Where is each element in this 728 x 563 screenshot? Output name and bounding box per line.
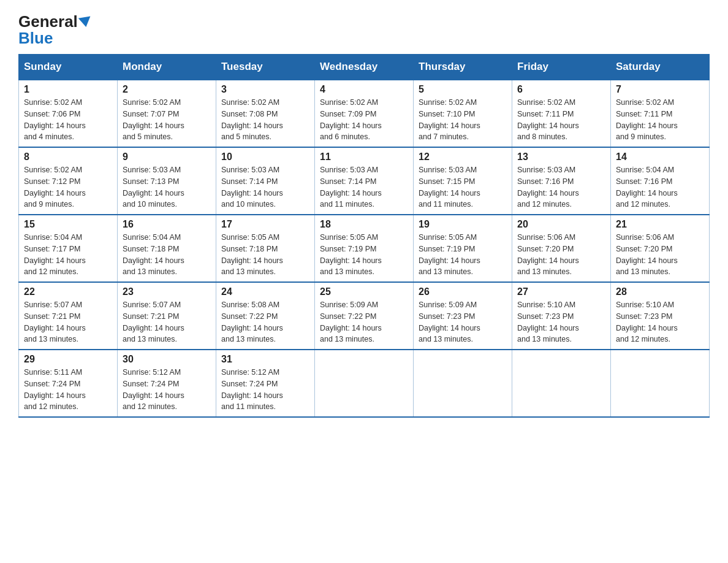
day-number: 27: [517, 286, 605, 297]
day-number: 23: [123, 286, 211, 297]
day-number: 22: [24, 286, 112, 297]
day-info: Sunrise: 5:03 AM Sunset: 7:13 PM Dayligh…: [123, 164, 211, 210]
day-info: Sunrise: 5:02 AM Sunset: 7:12 PM Dayligh…: [24, 164, 112, 210]
day-info: Sunrise: 5:10 AM Sunset: 7:23 PM Dayligh…: [616, 299, 704, 345]
day-number: 4: [320, 84, 408, 95]
day-number: 5: [419, 84, 507, 95]
day-number: 9: [123, 151, 211, 163]
calendar-cell: 30Sunrise: 5:12 AM Sunset: 7:24 PM Dayli…: [118, 350, 216, 417]
day-number: 19: [419, 219, 507, 230]
calendar-cell: 3Sunrise: 5:02 AM Sunset: 7:08 PM Daylig…: [216, 80, 315, 147]
day-info: Sunrise: 5:07 AM Sunset: 7:21 PM Dayligh…: [123, 299, 211, 345]
col-header-sunday: Sunday: [19, 55, 118, 80]
day-info: Sunrise: 5:02 AM Sunset: 7:06 PM Dayligh…: [24, 97, 112, 143]
calendar-cell: 28Sunrise: 5:10 AM Sunset: 7:23 PM Dayli…: [611, 282, 710, 350]
calendar-cell: 26Sunrise: 5:09 AM Sunset: 7:23 PM Dayli…: [414, 282, 512, 350]
day-number: 3: [221, 84, 309, 95]
day-number: 28: [616, 286, 704, 297]
calendar-cell: 11Sunrise: 5:03 AM Sunset: 7:14 PM Dayli…: [315, 147, 414, 215]
day-number: 6: [517, 84, 605, 95]
day-number: 18: [320, 219, 408, 230]
page-header: General Blue: [18, 12, 710, 48]
day-number: 25: [320, 286, 408, 297]
calendar-cell: [414, 350, 512, 417]
day-info: Sunrise: 5:03 AM Sunset: 7:14 PM Dayligh…: [320, 164, 408, 210]
day-number: 17: [221, 219, 309, 230]
day-info: Sunrise: 5:04 AM Sunset: 7:18 PM Dayligh…: [123, 232, 211, 278]
calendar-cell: 29Sunrise: 5:11 AM Sunset: 7:24 PM Dayli…: [19, 350, 118, 417]
calendar-cell: 18Sunrise: 5:05 AM Sunset: 7:19 PM Dayli…: [315, 215, 414, 282]
day-number: 13: [517, 151, 605, 163]
calendar-cell: 24Sunrise: 5:08 AM Sunset: 7:22 PM Dayli…: [216, 282, 315, 350]
day-info: Sunrise: 5:09 AM Sunset: 7:23 PM Dayligh…: [419, 299, 507, 345]
day-number: 20: [517, 219, 605, 230]
calendar-cell: 7Sunrise: 5:02 AM Sunset: 7:11 PM Daylig…: [611, 80, 710, 147]
day-number: 30: [123, 354, 211, 365]
day-number: 10: [221, 151, 309, 163]
day-info: Sunrise: 5:02 AM Sunset: 7:10 PM Dayligh…: [419, 97, 507, 143]
day-info: Sunrise: 5:02 AM Sunset: 7:11 PM Dayligh…: [616, 97, 704, 143]
logo-arrow-icon: [78, 16, 92, 28]
day-number: 7: [616, 84, 704, 95]
calendar-cell: [315, 350, 414, 417]
calendar-cell: 20Sunrise: 5:06 AM Sunset: 7:20 PM Dayli…: [512, 215, 611, 282]
calendar-cell: 16Sunrise: 5:04 AM Sunset: 7:18 PM Dayli…: [118, 215, 216, 282]
col-header-tuesday: Tuesday: [216, 55, 315, 80]
day-number: 31: [221, 354, 309, 365]
col-header-saturday: Saturday: [611, 55, 710, 80]
day-number: 1: [24, 84, 112, 95]
calendar-cell: 1Sunrise: 5:02 AM Sunset: 7:06 PM Daylig…: [19, 80, 118, 147]
logo: General Blue: [18, 12, 91, 48]
day-info: Sunrise: 5:03 AM Sunset: 7:14 PM Dayligh…: [221, 164, 309, 210]
day-info: Sunrise: 5:04 AM Sunset: 7:17 PM Dayligh…: [24, 232, 112, 278]
calendar-cell: [611, 350, 710, 417]
calendar-cell: 6Sunrise: 5:02 AM Sunset: 7:11 PM Daylig…: [512, 80, 611, 147]
calendar-week-row: 8Sunrise: 5:02 AM Sunset: 7:12 PM Daylig…: [19, 147, 710, 215]
day-number: 29: [24, 354, 112, 365]
day-number: 26: [419, 286, 507, 297]
calendar-cell: [512, 350, 611, 417]
calendar-cell: 5Sunrise: 5:02 AM Sunset: 7:10 PM Daylig…: [414, 80, 512, 147]
day-info: Sunrise: 5:05 AM Sunset: 7:19 PM Dayligh…: [320, 232, 408, 278]
calendar-week-row: 22Sunrise: 5:07 AM Sunset: 7:21 PM Dayli…: [19, 282, 710, 350]
day-info: Sunrise: 5:12 AM Sunset: 7:24 PM Dayligh…: [123, 367, 211, 413]
day-number: 14: [616, 151, 704, 163]
calendar-cell: 2Sunrise: 5:02 AM Sunset: 7:07 PM Daylig…: [118, 80, 216, 147]
day-info: Sunrise: 5:03 AM Sunset: 7:15 PM Dayligh…: [419, 164, 507, 210]
calendar-cell: 14Sunrise: 5:04 AM Sunset: 7:16 PM Dayli…: [611, 147, 710, 215]
day-number: 2: [123, 84, 211, 95]
calendar-table: SundayMondayTuesdayWednesdayThursdayFrid…: [18, 54, 710, 418]
calendar-cell: 21Sunrise: 5:06 AM Sunset: 7:20 PM Dayli…: [611, 215, 710, 282]
day-number: 21: [616, 219, 704, 230]
day-info: Sunrise: 5:02 AM Sunset: 7:08 PM Dayligh…: [221, 97, 309, 143]
calendar-cell: 27Sunrise: 5:10 AM Sunset: 7:23 PM Dayli…: [512, 282, 611, 350]
calendar-cell: 8Sunrise: 5:02 AM Sunset: 7:12 PM Daylig…: [19, 147, 118, 215]
col-header-monday: Monday: [118, 55, 216, 80]
col-header-wednesday: Wednesday: [315, 55, 414, 80]
day-info: Sunrise: 5:07 AM Sunset: 7:21 PM Dayligh…: [24, 299, 112, 345]
calendar-cell: 31Sunrise: 5:12 AM Sunset: 7:24 PM Dayli…: [216, 350, 315, 417]
day-info: Sunrise: 5:02 AM Sunset: 7:09 PM Dayligh…: [320, 97, 408, 143]
day-info: Sunrise: 5:08 AM Sunset: 7:22 PM Dayligh…: [221, 299, 309, 345]
calendar-cell: 17Sunrise: 5:05 AM Sunset: 7:18 PM Dayli…: [216, 215, 315, 282]
calendar-header-row: SundayMondayTuesdayWednesdayThursdayFrid…: [19, 55, 710, 80]
calendar-cell: 10Sunrise: 5:03 AM Sunset: 7:14 PM Dayli…: [216, 147, 315, 215]
calendar-cell: 23Sunrise: 5:07 AM Sunset: 7:21 PM Dayli…: [118, 282, 216, 350]
day-info: Sunrise: 5:02 AM Sunset: 7:07 PM Dayligh…: [123, 97, 211, 143]
day-number: 15: [24, 219, 112, 230]
day-info: Sunrise: 5:12 AM Sunset: 7:24 PM Dayligh…: [221, 367, 309, 413]
calendar-cell: 12Sunrise: 5:03 AM Sunset: 7:15 PM Dayli…: [414, 147, 512, 215]
day-info: Sunrise: 5:02 AM Sunset: 7:11 PM Dayligh…: [517, 97, 605, 143]
calendar-cell: 25Sunrise: 5:09 AM Sunset: 7:22 PM Dayli…: [315, 282, 414, 350]
day-info: Sunrise: 5:09 AM Sunset: 7:22 PM Dayligh…: [320, 299, 408, 345]
day-number: 24: [221, 286, 309, 297]
calendar-cell: 4Sunrise: 5:02 AM Sunset: 7:09 PM Daylig…: [315, 80, 414, 147]
day-info: Sunrise: 5:06 AM Sunset: 7:20 PM Dayligh…: [616, 232, 704, 278]
day-number: 16: [123, 219, 211, 230]
col-header-thursday: Thursday: [414, 55, 512, 80]
col-header-friday: Friday: [512, 55, 611, 80]
calendar-week-row: 29Sunrise: 5:11 AM Sunset: 7:24 PM Dayli…: [19, 350, 710, 417]
logo-blue-part: Blue: [18, 29, 53, 48]
day-number: 12: [419, 151, 507, 163]
calendar-cell: 13Sunrise: 5:03 AM Sunset: 7:16 PM Dayli…: [512, 147, 611, 215]
